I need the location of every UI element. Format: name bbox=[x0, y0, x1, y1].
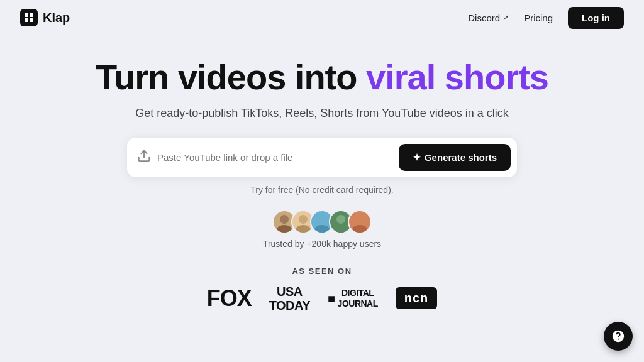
pricing-label: Pricing bbox=[524, 13, 553, 23]
svg-point-12 bbox=[333, 225, 348, 233]
login-button[interactable]: Log in bbox=[568, 7, 624, 29]
pricing-link[interactable]: Pricing bbox=[524, 13, 553, 23]
navbar-right: Discord ↗ Pricing Log in bbox=[468, 7, 624, 29]
media-logos-row: FOX USATODAY ■ DIGITALJOURNAL ncn bbox=[207, 285, 438, 312]
svg-point-9 bbox=[318, 215, 326, 224]
logo[interactable]: Klap bbox=[20, 9, 70, 26]
avatar-5 bbox=[348, 210, 372, 234]
try-free-text: Try for free (No credit card required). bbox=[250, 185, 393, 195]
hero-title-part1: Turn videos into bbox=[96, 57, 366, 97]
svg-rect-0 bbox=[25, 13, 28, 17]
hero-title: Turn videos into viral shorts bbox=[96, 58, 548, 97]
ncn-logo: ncn bbox=[396, 287, 438, 309]
avatars-section: Trusted by +200k happy users bbox=[263, 210, 381, 249]
discord-label: Discord bbox=[468, 13, 500, 23]
sparkle-icon: ✦ bbox=[413, 151, 421, 163]
hero-title-highlight: viral shorts bbox=[366, 57, 548, 97]
hero-section: Turn videos into viral shorts Get ready-… bbox=[0, 35, 644, 312]
navbar: Klap Discord ↗ Pricing Log in bbox=[0, 0, 644, 35]
logo-text: Klap bbox=[43, 11, 70, 25]
upload-icon bbox=[137, 149, 151, 166]
svg-rect-1 bbox=[30, 13, 33, 17]
svg-rect-2 bbox=[25, 18, 28, 22]
svg-point-11 bbox=[336, 215, 345, 224]
logo-icon bbox=[20, 9, 38, 26]
svg-rect-3 bbox=[30, 18, 33, 22]
svg-point-10 bbox=[314, 225, 330, 233]
svg-point-5 bbox=[280, 215, 289, 224]
hero-subtitle: Get ready-to-publish TikToks, Reels, Sho… bbox=[135, 107, 509, 120]
svg-point-7 bbox=[299, 215, 308, 224]
usa-today-logo: USATODAY bbox=[269, 285, 310, 312]
trusted-text: Trusted by +200k happy users bbox=[263, 239, 381, 249]
input-bar: ✦ Generate shorts bbox=[127, 138, 517, 177]
generate-shorts-label: Generate shorts bbox=[425, 152, 497, 163]
svg-point-6 bbox=[277, 225, 292, 233]
svg-point-13 bbox=[355, 215, 364, 224]
avatar-group bbox=[272, 210, 372, 234]
svg-point-14 bbox=[352, 225, 367, 233]
digital-journal-logo: ■ DIGITALJOURNAL bbox=[328, 288, 378, 309]
generate-shorts-button[interactable]: ✦ Generate shorts bbox=[399, 144, 511, 171]
fox-logo: FOX bbox=[207, 285, 252, 312]
youtube-url-input[interactable] bbox=[157, 152, 399, 163]
as-seen-on-section: AS SEEN ON FOX USATODAY ■ DIGITALJOURNAL… bbox=[207, 266, 438, 312]
discord-link[interactable]: Discord ↗ bbox=[468, 13, 509, 23]
svg-point-8 bbox=[296, 225, 311, 233]
discord-arrow-icon: ↗ bbox=[502, 13, 509, 22]
as-seen-on-label: AS SEEN ON bbox=[292, 266, 352, 276]
chat-support-button[interactable] bbox=[604, 322, 633, 351]
